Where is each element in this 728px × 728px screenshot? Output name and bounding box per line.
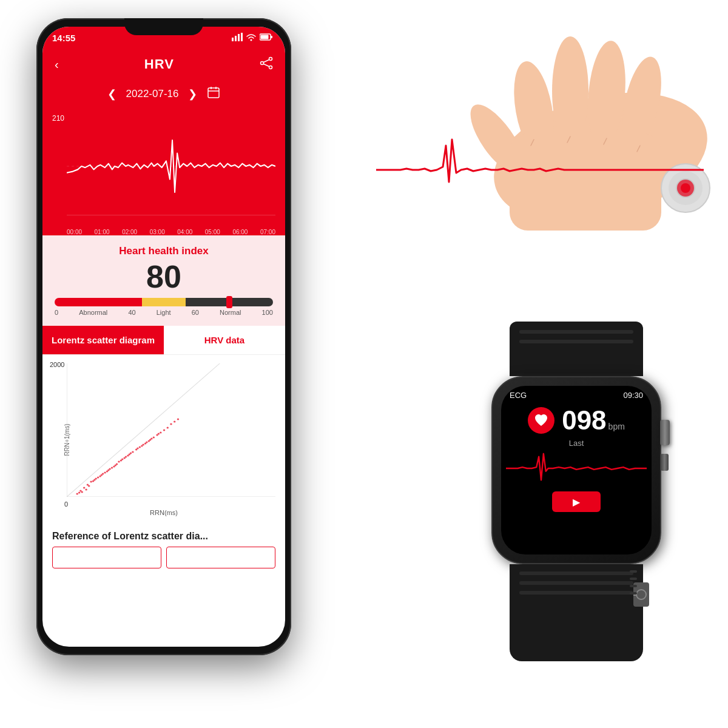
x-label-6: 06:00 [232,229,248,235]
side-hole-1 [630,570,637,573]
signal-icon [232,33,243,43]
svg-point-67 [170,423,172,425]
back-button[interactable]: ‹ [55,58,59,72]
phone-body: 14:55 ‹ HRV [36,18,291,655]
x-label-0: 00:00 [67,229,82,235]
side-hole-3 [630,585,637,587]
svg-point-72 [76,493,78,495]
svg-rect-1 [235,36,237,41]
svg-point-70 [92,480,94,482]
hand-area [352,24,728,364]
svg-rect-3 [241,33,243,41]
reference-section: Reference of Lorentz scatter dia... [42,525,285,575]
x-label-1: 01:00 [95,229,110,235]
scatter-svg [67,363,275,497]
svg-point-37 [118,461,120,463]
tab-row: Lorentz scatter diagram HRV data [42,326,285,355]
watch-crown [660,420,670,445]
svg-rect-0 [232,38,234,41]
nav-bar: ‹ HRV [42,49,285,80]
svg-point-61 [109,468,110,470]
bar-labels: 0 Abnormal 40 Light 60 Normal 100 [55,309,273,316]
share-button[interactable] [260,56,273,73]
watch-case: ECG 09:30 098 bpm Last [491,376,661,564]
next-date-button[interactable]: ❯ [188,87,197,101]
buckle-ring [636,589,647,600]
svg-point-32 [111,467,113,469]
svg-point-65 [150,438,152,440]
band-hole-b1 [519,571,633,575]
svg-point-52 [141,445,143,447]
svg-point-69 [177,419,179,420]
watch-play-button[interactable]: ▶ [552,491,601,512]
x-label-4: 04:00 [177,229,192,235]
watch-screen: ECG 09:30 098 bpm Last [501,386,652,554]
wifi-icon [246,33,257,43]
health-index-section: Heart health index 80 0 Abnormal 40 Ligh… [42,235,285,326]
svg-point-62 [116,463,118,465]
scatter-y-max: 2000 [50,361,64,368]
x-label-2: 02:00 [122,229,137,235]
svg-point-30 [104,472,106,474]
band-side-holes [630,570,637,595]
svg-point-68 [174,421,175,423]
prev-date-button[interactable]: ❮ [107,87,116,101]
scatter-area: 2000 RRN+1(ms) [42,355,285,525]
svg-point-34 [99,476,101,477]
svg-rect-6 [271,36,272,38]
svg-point-56 [163,430,165,431]
band-hole-b2 [519,581,633,585]
chart-svg [67,114,275,218]
ref-box-2 [166,547,275,568]
svg-point-44 [123,457,125,459]
svg-point-66 [158,433,160,435]
ref-box-1 [52,547,161,568]
health-index-title: Heart health index [55,245,273,257]
tab-hrv-data[interactable]: HRV data [164,326,285,354]
battery-icon [260,33,273,42]
svg-point-71 [113,466,115,468]
svg-point-43 [120,460,122,462]
svg-point-58 [81,491,83,493]
bar-label-0: 0 [55,309,58,316]
phone-notch [124,18,203,35]
watch-band-holes-top [510,322,643,352]
side-hole-2 [630,578,637,580]
calendar-button[interactable] [207,86,220,103]
watch-bpm-number: 098 [562,407,606,434]
date-bar: ❮ 2022-07-16 ❯ [42,80,285,108]
health-index-value: 80 [55,260,273,294]
svg-point-10 [260,61,263,64]
svg-point-53 [144,443,146,445]
bar-label-normal: Normal [220,309,241,316]
svg-point-46 [139,447,141,448]
phone-screen: 14:55 ‹ HRV [42,27,285,647]
watch-ecg-trace [506,450,647,487]
watch-bpm-display: 098 bpm [562,407,625,434]
x-label-7: 07:00 [260,229,275,235]
watch-heart-icon [528,407,554,434]
watch-button [661,454,669,471]
svg-rect-7 [261,35,269,39]
svg-point-63 [130,453,132,454]
watch-band-holes-bottom [510,564,643,602]
svg-point-25 [90,481,92,483]
bar-label-100: 100 [262,309,273,316]
bar-label-40: 40 [128,309,135,316]
svg-rect-13 [208,88,219,98]
svg-point-28 [97,477,99,479]
buckle-pin [633,595,637,596]
band-hole-1 [519,330,633,334]
side-hole-4 [630,592,637,595]
svg-point-64 [136,448,138,450]
watch-heart-display: 098 bpm [501,402,652,439]
watch-ecg-label: ECG [510,391,527,400]
tab-lorentz[interactable]: Lorentz scatter diagram [42,326,164,354]
x-label-5: 05:00 [205,229,220,235]
reference-boxes [52,547,275,568]
chart-y-max: 210 [52,114,64,123]
svg-point-4 [251,39,252,41]
date-display: 2022-07-16 [126,88,179,100]
watch-status-bar: ECG 09:30 [501,386,652,402]
svg-point-59 [88,485,90,487]
